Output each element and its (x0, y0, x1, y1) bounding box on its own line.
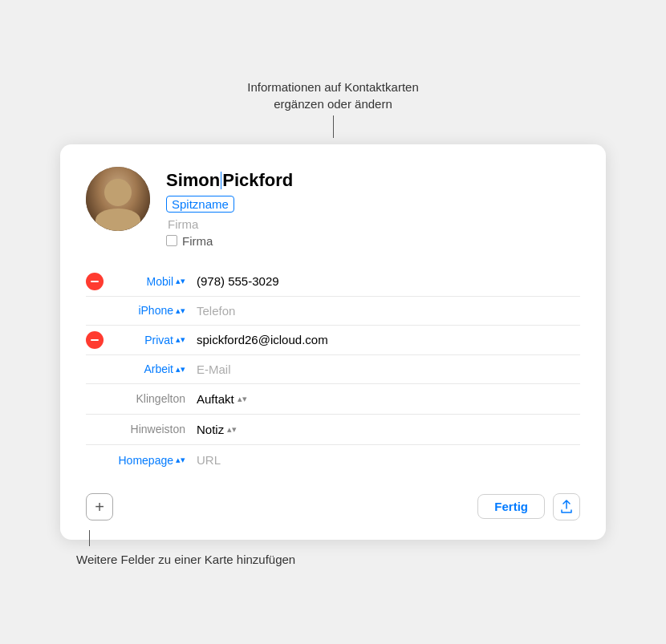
phone-stepper-1[interactable]: ▴▾ (176, 277, 185, 286)
phone-placeholder-2[interactable]: Telefon (185, 304, 580, 318)
toolbar-right: Fertig (477, 493, 580, 520)
cursor (221, 172, 221, 189)
firma-label: Firma (182, 234, 213, 248)
firma-checkbox[interactable] (166, 235, 177, 246)
add-field-button[interactable]: + (86, 493, 113, 520)
hinweiston-row: Hinweiston Notiz ▴▾ (86, 415, 580, 445)
email-value-1[interactable]: spickford26@icloud.com (185, 333, 580, 346)
hinweiston-label: Hinweiston (113, 423, 185, 435)
homepage-label[interactable]: Homepage ▴▾ (113, 454, 185, 467)
phone-label-2[interactable]: iPhone ▴▾ (113, 304, 185, 317)
phone-stepper-2[interactable]: ▴▾ (176, 306, 185, 315)
firma-placeholder: Firma (166, 217, 580, 231)
klingelton-stepper[interactable]: ▴▾ (238, 395, 247, 403)
homepage-placeholder[interactable]: URL (185, 453, 580, 467)
contact-card: Simon Pickford Spitzname Firma Firma Mob… (60, 144, 606, 540)
remove-email-button[interactable] (86, 331, 104, 349)
klingelton-label: Klingelton (113, 392, 185, 405)
hinweiston-value[interactable]: Notiz ▴▾ (185, 423, 580, 436)
phone-label-1[interactable]: Mobil ▴▾ (113, 275, 185, 288)
klingelton-row: Klingelton Auftakt ▴▾ (86, 384, 580, 415)
fertig-button[interactable]: Fertig (477, 494, 545, 519)
phone-value-1[interactable]: (978) 555-3029 (185, 274, 580, 288)
annotation-top: Informationen auf Kontaktkarten ergänzen… (247, 79, 418, 138)
firma-checkbox-row: Firma (166, 234, 580, 248)
email-stepper-2[interactable]: ▴▾ (176, 365, 185, 374)
avatar (86, 167, 150, 231)
email-row-1: Privat ▴▾ spickford26@icloud.com (86, 326, 580, 354)
nickname-field[interactable]: Spitzname (166, 196, 234, 213)
homepage-stepper[interactable]: ▴▾ (176, 456, 185, 464)
phone-row-1: Mobil ▴▾ (978) 555-3029 (86, 267, 580, 296)
email-label-1[interactable]: Privat ▴▾ (113, 334, 185, 346)
email-stepper-1[interactable]: ▴▾ (176, 335, 185, 344)
contact-header: Simon Pickford Spitzname Firma Firma (86, 167, 580, 248)
contact-info: Simon Pickford Spitzname Firma Firma (166, 167, 580, 248)
share-icon (559, 500, 574, 514)
hinweiston-stepper[interactable]: ▴▾ (227, 425, 237, 434)
klingelton-value[interactable]: Auftakt ▴▾ (185, 392, 580, 406)
share-button[interactable] (553, 493, 580, 520)
contact-name: Simon Pickford (166, 170, 580, 191)
homepage-row: Homepage ▴▾ URL (86, 445, 580, 476)
email-placeholder-2[interactable]: E-Mail (185, 363, 580, 376)
email-group: Privat ▴▾ spickford26@icloud.com Arbeit … (86, 326, 580, 384)
remove-phone-button[interactable] (86, 273, 104, 290)
fields-section: Mobil ▴▾ (978) 555-3029 iPhone ▴▾ Telefo… (86, 267, 580, 476)
email-label-2[interactable]: Arbeit ▴▾ (113, 363, 185, 375)
annotation-bottom: Weitere Felder zu einer Karte hinzufügen (76, 546, 295, 566)
bottom-toolbar: + Fertig (86, 490, 580, 520)
phone-group: Mobil ▴▾ (978) 555-3029 iPhone ▴▾ Telefo… (86, 267, 580, 326)
phone-row-2: iPhone ▴▾ Telefon (86, 296, 580, 325)
email-row-2: Arbeit ▴▾ E-Mail (86, 354, 580, 383)
